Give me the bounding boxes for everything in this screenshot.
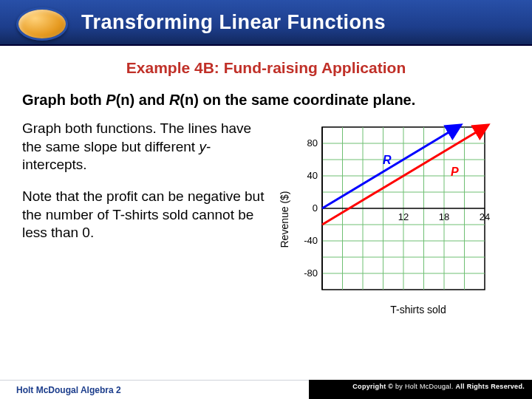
- footer: Holt McDougal Algebra 2 Copyright © by H…: [0, 380, 532, 399]
- chart-svg: Revenue ($): [278, 120, 507, 327]
- footer-book-title: Holt McDougal Algebra 2: [0, 380, 309, 399]
- prompt-text: Graph both: [22, 92, 106, 108]
- example-subtitle: Example 4B: Fund-raising Application: [22, 59, 510, 77]
- content-area: Example 4B: Fund-raising Application Gra…: [0, 46, 532, 380]
- logo-oval-icon: [16, 7, 68, 41]
- chart: Revenue ($): [278, 120, 510, 327]
- para1-y: y: [199, 139, 206, 154]
- ytick-m80: -80: [304, 267, 318, 279]
- prompt-and: and: [134, 92, 169, 108]
- slide: Transforming Linear Functions Example 4B…: [0, 0, 532, 399]
- copyright-text: Copyright © by Holt McDougal. All Rights…: [352, 383, 525, 390]
- prompt-arg1: (n): [116, 92, 135, 108]
- prompt-function-p: P: [106, 92, 115, 108]
- prompt-function-r: R: [169, 92, 180, 108]
- y-axis-label: Revenue ($): [279, 191, 290, 248]
- para1-a: Graph both functions. The lines have the…: [22, 120, 251, 154]
- xtick-18: 18: [439, 211, 449, 222]
- title-bar: Transforming Linear Functions: [0, 0, 532, 46]
- ytick-0: 0: [313, 202, 318, 214]
- body-row: Graph both functions. The lines have the…: [22, 120, 510, 327]
- xtick-24: 24: [480, 211, 490, 222]
- page-title: Transforming Linear Functions: [81, 11, 386, 34]
- y-ticks: 80 40 0 -40 -80: [304, 137, 318, 279]
- ytick-40: 40: [307, 170, 318, 181]
- prompt-arg2: (n): [180, 92, 199, 108]
- ytick-80: 80: [307, 137, 318, 149]
- xtick-12: 12: [398, 211, 409, 222]
- legend-p: P: [451, 166, 459, 178]
- problem-prompt: Graph both P(n) and R(n) on the same coo…: [22, 90, 510, 109]
- plot-area: R P 80 40 0 -40 -80 12 18: [304, 127, 490, 290]
- prompt-tail: on the same coordinate plane.: [199, 92, 415, 108]
- legend-r: R: [383, 154, 392, 166]
- paragraph-2: Note that the profit can be negative but…: [22, 188, 266, 242]
- footer-copyright-bar: Copyright © by Holt McDougal. All Rights…: [309, 380, 532, 399]
- paragraph-1: Graph both functions. The lines have the…: [22, 120, 266, 174]
- x-axis-label: T-shirts sold: [390, 304, 446, 316]
- ytick-m40: -40: [304, 235, 318, 246]
- body-text: Graph both functions. The lines have the…: [22, 120, 266, 327]
